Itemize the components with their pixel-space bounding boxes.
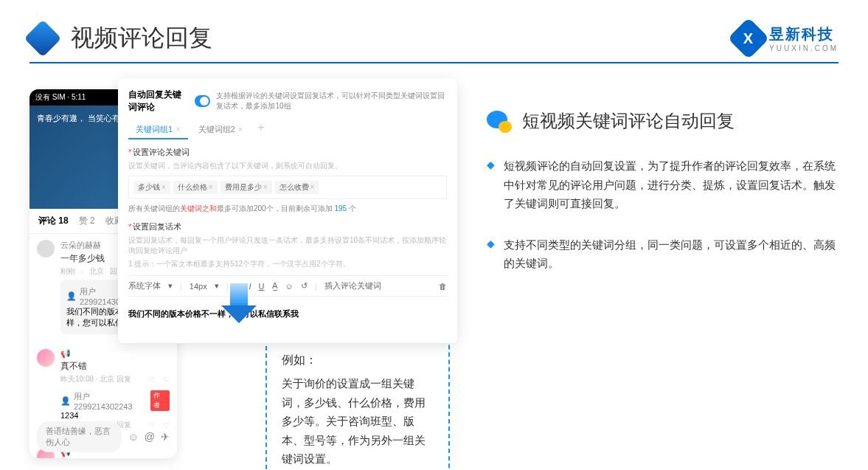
bullet-item: ◆ 短视频评论的自动回复设置，为了提升作者的评论回复效率，在系统中针对常见的评论… [487, 156, 839, 213]
field-hint: 1 提示：一个富文本框最多支持512个字符，一个汉字占用2个字符。 [128, 259, 447, 269]
avatar [37, 349, 55, 367]
count-suffix: 个 [347, 204, 356, 212]
comment-user: 📢 [60, 349, 170, 359]
reset-button[interactable]: ↺ [301, 281, 308, 291]
diamond-bullet-icon: ◆ [487, 159, 495, 213]
color-button[interactable]: A̲ [272, 281, 278, 291]
keyword-group-tab-2[interactable]: 关键词组2× [191, 121, 251, 139]
settings-title: 自动回复关键词评论 [128, 89, 189, 114]
editor-toolbar: 系统字体▾ | 14px▾ | B I U A̲ ☺ ↺ | 插入评论关键词 🗑 [128, 275, 447, 297]
page-title: 视频评论回复 [71, 22, 212, 55]
delete-button[interactable]: 🗑 [439, 282, 447, 291]
diamond-bullet-icon: ◆ [487, 238, 495, 273]
author-badge: 作者 [150, 390, 170, 411]
close-icon[interactable]: × [176, 125, 180, 134]
dislike-icon[interactable]: ♡ [163, 376, 170, 384]
settings-panel: 自动回复关键词评论 支持根据评论的关键词设置回复话术，可以针对不同类型关键词设置… [118, 78, 457, 343]
logo-main: 昱新科技 [769, 24, 839, 44]
field-hint: 设置关键词，当评论内容包含了以下关键词，则系统可自动回复。 [128, 161, 447, 171]
logo: X 昱新科技 YUUXIN.COM [734, 24, 839, 53]
reply-avatar-icon: 👤 [60, 396, 71, 406]
reply-text: 1234 [60, 411, 170, 420]
example-title: 例如： [282, 353, 434, 368]
example-box: 例如： 关于询价的设置成一组关键词，多少钱、什么价格，费用多少等。关于咨询班型、… [265, 336, 450, 470]
count-mid: 最多可添加200个，目前剩余可添加 [217, 204, 334, 212]
close-icon[interactable]: × [238, 125, 243, 134]
send-icon[interactable]: ✈ [161, 431, 170, 443]
field-label: 设置评论关键词 [133, 148, 190, 156]
bullet-text: 短视频评论的自动回复设置，为了提升作者的评论回复效率，在系统中针对常见的评论用户… [504, 156, 839, 213]
auto-reply-toggle[interactable] [195, 95, 210, 107]
close-icon[interactable]: × [162, 183, 166, 191]
reply-editor[interactable]: 我们不同的版本价格不一样，您可以私信联系我 [128, 303, 447, 325]
avatar [37, 240, 55, 258]
meta-time: 刚刚 [60, 266, 75, 277]
logo-sub: YUUXIN.COM [769, 44, 839, 52]
heart-icon[interactable]: ♡ [149, 376, 156, 384]
tag-label: 费用是多少 [225, 183, 262, 191]
keyword-tag: 多少钱× [133, 181, 170, 194]
section-title: 短视频关键词评论自动回复 [522, 109, 735, 133]
at-icon[interactable]: @ [145, 431, 155, 443]
keyword-tag: 费用是多少× [221, 181, 272, 194]
bullet-item: ◆ 支持不同类型的关键词分组，同一类问题，可设置多个相近的、高频的关键词。 [487, 235, 839, 273]
cube-icon [24, 20, 62, 58]
comment-text: 真不错 [60, 360, 170, 373]
tab-likes[interactable]: 赞 2 [79, 215, 95, 227]
count-highlight: 关键词之和 [180, 204, 217, 212]
reply-avatar-icon: 👤 [66, 291, 77, 301]
bullet-text: 支持不同类型的关键词分组，同一类问题，可设置多个相近的、高频的关键词。 [504, 235, 839, 273]
keyword-tags-input[interactable]: 多少钱× 什么价格× 费用是多少× 怎么收费× [128, 176, 447, 199]
logo-icon: X [728, 18, 770, 60]
underline-button[interactable]: U [259, 282, 265, 291]
close-icon[interactable]: × [209, 183, 213, 191]
tab-label: 关键词组1 [136, 125, 173, 134]
tag-label: 怎么收费 [280, 183, 309, 191]
fontsize-select[interactable]: 14px [190, 282, 207, 291]
chat-bubbles-icon [487, 108, 513, 134]
tab-label: 关键词组2 [198, 125, 235, 134]
add-group-button[interactable]: + [253, 121, 268, 139]
comment-meta: 昨天10:08 · 北京 回复 [60, 374, 131, 384]
tag-label: 什么价格 [178, 183, 207, 191]
example-text: 关于询价的设置成一组关键词，多少钱、什么价格，费用多少等。关于咨询班型、版本、型… [282, 374, 434, 469]
keyword-tag: 怎么收费× [275, 181, 319, 194]
count-prefix: 所有关键词组的 [128, 204, 180, 212]
font-select[interactable]: 系统字体 [128, 280, 161, 291]
comment-input[interactable]: 善语结善缘，恶言伤人心 [37, 421, 122, 452]
insert-keyword-button[interactable]: 插入评论关键词 [324, 280, 381, 291]
close-icon[interactable]: × [310, 183, 315, 191]
keyword-tag: 什么价格× [173, 181, 218, 194]
field-label: 设置回复话术 [133, 222, 181, 231]
field-hint: 设置回复话术，每回复一个用户评论只发送一条话术，最多支持设置10条不同话术，按添… [128, 235, 447, 256]
emoji-icon[interactable]: ☺ [128, 431, 138, 443]
arrow-down-icon [230, 283, 257, 323]
tab-comments[interactable]: 评论 18 [38, 215, 69, 227]
settings-desc: 支持根据评论的关键词设置回复话术，可以针对不同类型关键词设置回复话术，最多添加1… [216, 91, 447, 111]
close-icon[interactable]: × [263, 183, 268, 191]
count-num: 195 [334, 204, 347, 212]
emoji-button[interactable]: ☺ [285, 282, 294, 291]
meta-loc: 北京 [89, 266, 104, 277]
comment-input-bar: 善语结善缘，恶言伤人心 ☺ @ ✈ [37, 421, 170, 452]
tag-label: 多少钱 [138, 183, 160, 191]
keyword-group-tab-1[interactable]: 关键词组1× [128, 121, 188, 139]
reply-user: 用户2299214302243 [74, 391, 147, 411]
keyword-count-hint: 所有关键词组的关键词之和最多可添加200个，目前剩余可添加 195 个 [128, 204, 447, 214]
